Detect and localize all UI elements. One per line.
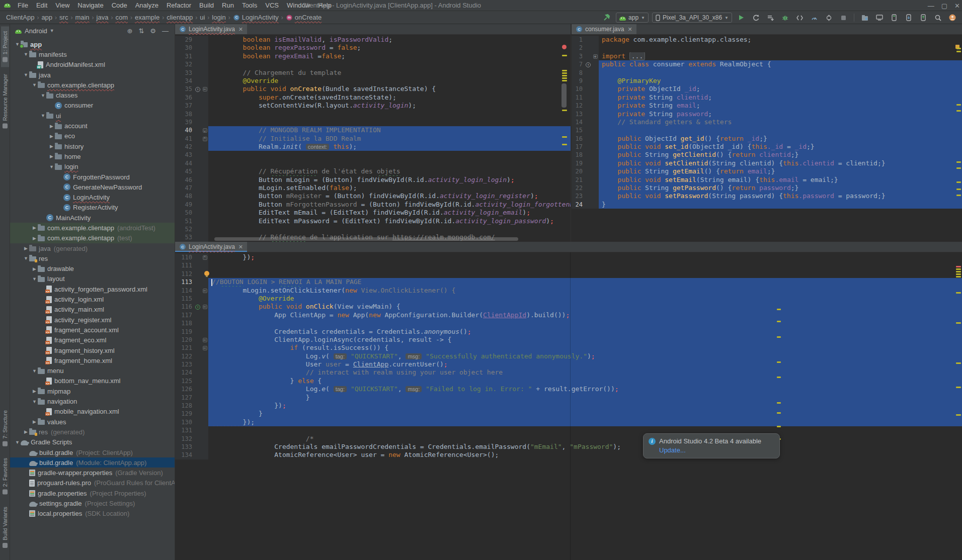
tree-expand-arrow-icon[interactable]: ▶ [31, 225, 38, 230]
code-line-121[interactable]: 121− if (result.isSuccess()) { [175, 344, 962, 352]
tree-expand-arrow-icon[interactable]: ▼ [40, 113, 46, 118]
tool-strip--structure[interactable]: 7: Structure [1, 405, 9, 451]
build-hammer-icon[interactable] [601, 13, 612, 23]
sdk-manager-icon[interactable] [918, 13, 929, 23]
debug-bug-icon[interactable] [779, 13, 790, 23]
code-line-24[interactable]: 24} [572, 201, 962, 209]
code-line-133[interactable]: 133 Credentials emailPasswordCredentials… [175, 443, 962, 451]
code-line-17[interactable]: 17 public void set_id(ObjectId _id) {thi… [572, 143, 962, 151]
code-line-23[interactable]: 23 public void setPassword(String passwo… [572, 192, 962, 200]
device-manager-icon[interactable] [903, 13, 914, 23]
code-line-131[interactable]: 131 [175, 426, 962, 434]
code-editor-top-left[interactable]: 29 boolean isEmailValid, isPasswordValid… [175, 35, 571, 242]
code-line-130[interactable]: 130 }); [175, 418, 962, 426]
apply-changes-icon[interactable] [765, 13, 776, 23]
breadcrumb-item-oncreate[interactable]: onCreate [285, 14, 323, 21]
code-line-127[interactable]: 127 } [175, 394, 962, 402]
code-line-14[interactable]: 14 // Standard getters & setters [572, 118, 962, 126]
tree-expand-arrow-icon[interactable]: ▼ [23, 72, 29, 77]
code-line-42[interactable]: 42 Realm.init( context: this); [175, 143, 571, 151]
code-line-49[interactable]: 49 Button mForgottenPassword = (Button) … [175, 201, 571, 209]
code-line-7[interactable]: 7↑public class consumer extends RealmObj… [572, 60, 962, 68]
fold-marker-icon[interactable]: − [203, 338, 207, 342]
code-line-37[interactable]: 37 setContentView(R.layout.activity_logi… [175, 102, 571, 110]
fold-marker-icon[interactable]: − [203, 346, 207, 350]
code-line-117[interactable]: 117 App ClientApp = new App(new AppConfi… [175, 311, 962, 319]
tree-item-androidmanifest-xml[interactable]: AndroidManifest.xml [10, 60, 175, 70]
code-line-119[interactable]: 119 Credentials credentials = Credential… [175, 328, 962, 336]
tool-strip-resource-manager[interactable]: Resource Manager [1, 69, 9, 134]
tree-expand-arrow-icon[interactable]: ▶ [23, 246, 29, 251]
menu-build[interactable]: Build [195, 0, 218, 11]
locate-target-icon[interactable]: ⊕ [124, 27, 136, 35]
tree-item-res[interactable]: ▶res(generated) [10, 427, 175, 437]
tree-item-com-example-clientapp[interactable]: ▼com.example.clientapp [10, 80, 175, 90]
code-line-126[interactable]: 126 Log.e( tag: "QUICKSTART", msg: "Fail… [175, 385, 962, 393]
menu-analyze[interactable]: Analyze [131, 0, 163, 11]
fold-marker-icon[interactable]: − [203, 87, 207, 91]
code-line-12[interactable]: 12 private String email; [572, 102, 962, 110]
close-tab-icon[interactable]: ✕ [627, 26, 632, 33]
tree-item-activity-register-xml[interactable]: activity_register.xml [10, 315, 175, 325]
tree-expand-arrow-icon[interactable]: ▶ [31, 419, 38, 424]
code-line-35[interactable]: 35↑− public void onCreate(Bundle savedIn… [175, 85, 571, 93]
vertical-scrollbar[interactable] [562, 83, 567, 108]
search-everywhere-icon[interactable] [932, 13, 943, 23]
code-line-45[interactable]: 45 // Récupération de l'état des objets [175, 167, 571, 175]
breadcrumb-item-src[interactable]: src [58, 14, 69, 21]
tree-item-eco[interactable]: ▶eco [10, 131, 175, 141]
tree-item-drawable[interactable]: ▶drawable [10, 264, 175, 274]
breadcrumb-item-java[interactable]: java [96, 14, 110, 21]
tree-expand-arrow-icon[interactable]: ▼ [31, 276, 38, 282]
code-line-21[interactable]: 21 public void setEmail(String email) {t… [572, 176, 962, 184]
tree-item-navigation[interactable]: ▼navigation [10, 396, 175, 406]
tree-item-generatenewpassword[interactable]: GenerateNewPassword [10, 182, 175, 192]
code-line-120[interactable]: 120− ClientApp.loginAsync(credentials, r… [175, 336, 962, 344]
code-line-19[interactable]: 19 public void setClientid(String client… [572, 159, 962, 167]
implement-marker-icon[interactable]: ↑ [195, 305, 200, 310]
tree-item-registeractivity[interactable]: RegisterActivity [10, 203, 175, 213]
device-selector[interactable]: Pixel_3a_API_30_x86▼ [652, 13, 732, 23]
close-tab-icon[interactable]: ✕ [238, 26, 243, 33]
run-play-icon[interactable] [736, 13, 747, 23]
tree-item-java[interactable]: ▼java [10, 70, 175, 80]
tree-item-proguard-rules-pro[interactable]: proguard-rules.pro(ProGuard Rules for Cl… [10, 478, 175, 488]
code-editor-top-right[interactable]: 1package com.example.clientapp.classes;2… [572, 35, 962, 242]
tree-expand-arrow-icon[interactable]: ▶ [48, 134, 55, 139]
code-line-113[interactable]: 113//BOUTON LOGIN > RENVOI A LA MAIN PAG… [175, 278, 962, 286]
settings-gear-icon[interactable]: ⚙ [147, 27, 159, 35]
tree-item-activity-main-xml[interactable]: activity_main.xml [10, 305, 175, 315]
code-line-48[interactable]: 48 Button mRegister = (Button) findViewB… [175, 192, 571, 200]
update-link[interactable]: Update... [659, 446, 774, 454]
menu-file[interactable]: File [14, 0, 32, 11]
code-line-20[interactable]: 20 public String getEmail() {return emai… [572, 167, 962, 175]
tree-item-mobile-navigation-xml[interactable]: mobile_navigation.xml [10, 407, 175, 417]
code-line-30[interactable]: 30 boolean regexPassword = false; [175, 44, 571, 52]
tree-item-gradle-wrapper-properties[interactable]: gradle-wrapper.properties(Gradle Version… [10, 468, 175, 478]
code-line-11[interactable]: 11 private String clientid; [572, 94, 962, 102]
menu-tools[interactable]: Tools [238, 0, 261, 11]
horizontal-scrollbar[interactable] [214, 237, 518, 241]
code-line-34[interactable]: 34 @Override [175, 77, 571, 85]
tree-expand-arrow-icon[interactable]: ▼ [31, 399, 38, 404]
tree-item-gradle-properties[interactable]: gradle.properties(Project Properties) [10, 488, 175, 498]
tree-item-activity-forgotten-password-xml[interactable]: activity_forgotten_password.xml [10, 284, 175, 294]
code-line-115[interactable]: 115 @Override [175, 295, 962, 303]
code-line-118[interactable]: 118 [175, 319, 962, 327]
tree-expand-arrow-icon[interactable]: ▼ [31, 82, 38, 87]
apply-code-changes-icon[interactable] [794, 13, 805, 23]
tree-item-settings-gradle[interactable]: settings.gradle(Project Settings) [10, 498, 175, 508]
tree-item-classes[interactable]: ▼classes [10, 90, 175, 100]
tree-expand-arrow-icon[interactable]: ▼ [23, 52, 29, 57]
tab-consumer[interactable]: consumer.java ✕ [572, 24, 636, 34]
tree-item-com-example-clientapp[interactable]: ▶com.example.clientapp(androidTest) [10, 223, 175, 233]
breadcrumb-item-app[interactable]: app [40, 14, 53, 21]
tree-item-res[interactable]: ▼res [10, 253, 175, 263]
code-line-3[interactable]: 3+import ... [572, 52, 962, 60]
breadcrumb-item-ui[interactable]: ui [199, 14, 206, 21]
tree-item-gradle-scripts[interactable]: ▼Gradle Scripts [10, 437, 175, 447]
close-tab-icon[interactable]: ✕ [238, 244, 243, 250]
profiler-icon[interactable] [809, 13, 820, 23]
code-editor-bottom[interactable]: 110⌃ });111112113//BOUTON LOGIN > RENVOI… [175, 252, 962, 560]
code-line-43[interactable]: 43 [175, 151, 571, 159]
